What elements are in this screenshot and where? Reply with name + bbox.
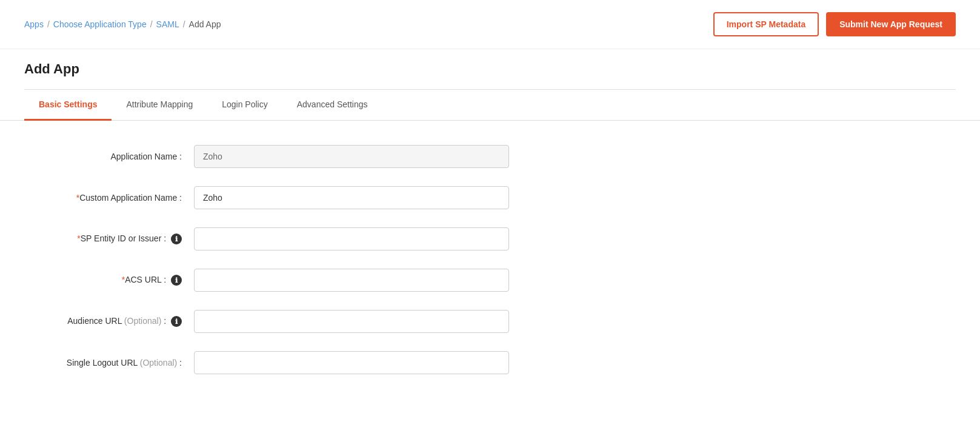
input-application-name	[194, 145, 509, 168]
input-audience-url[interactable]	[194, 310, 509, 333]
submit-new-app-request-button[interactable]: Submit New App Request	[826, 12, 956, 36]
breadcrumb-choose-type[interactable]: Choose Application Type	[53, 19, 147, 29]
page-header: Add App	[0, 49, 980, 77]
tabs-bar: Basic Settings Attribute Mapping Login P…	[0, 90, 980, 121]
field-row-application-name: Application Name :	[24, 145, 582, 168]
label-acs-url: *ACS URL : ℹ	[24, 275, 194, 286]
input-acs-url[interactable]	[194, 269, 509, 292]
top-actions: Import SP Metadata Submit New App Reques…	[713, 12, 956, 36]
field-row-acs-url: *ACS URL : ℹ	[24, 269, 582, 292]
basic-settings-form: Application Name : *Custom Application N…	[0, 121, 606, 417]
label-application-name: Application Name :	[24, 152, 194, 161]
field-row-audience-url: Audience URL (Optional) : ℹ	[24, 310, 582, 333]
breadcrumb-current: Add App	[189, 19, 221, 29]
info-icon-audience-url[interactable]: ℹ	[171, 316, 182, 327]
optional-text-audience: (Optional)	[124, 316, 161, 326]
input-custom-application-name[interactable]	[194, 186, 509, 209]
input-sp-entity-id[interactable]	[194, 227, 509, 250]
field-row-sp-entity-id: *SP Entity ID or Issuer : ℹ	[24, 227, 582, 250]
label-single-logout-url: Single Logout URL (Optional) :	[24, 358, 194, 368]
breadcrumb-saml[interactable]: SAML	[156, 19, 179, 29]
import-sp-metadata-button[interactable]: Import SP Metadata	[713, 12, 819, 36]
field-row-custom-application-name: *Custom Application Name :	[24, 186, 582, 209]
label-audience-url: Audience URL (Optional) : ℹ	[24, 316, 194, 328]
label-custom-application-name: *Custom Application Name :	[24, 193, 194, 203]
breadcrumb-sep-1: /	[47, 19, 50, 29]
input-single-logout-url[interactable]	[194, 351, 509, 374]
breadcrumb-sep-3: /	[183, 19, 185, 29]
page-title: Add App	[24, 61, 956, 77]
tab-basic-settings[interactable]: Basic Settings	[24, 90, 112, 121]
tab-advanced-settings[interactable]: Advanced Settings	[282, 90, 382, 121]
info-icon-acs-url[interactable]: ℹ	[171, 275, 182, 286]
field-row-single-logout-url: Single Logout URL (Optional) :	[24, 351, 582, 374]
top-bar: Apps / Choose Application Type / SAML / …	[0, 0, 980, 49]
label-sp-entity-id: *SP Entity ID or Issuer : ℹ	[24, 233, 194, 245]
breadcrumb: Apps / Choose Application Type / SAML / …	[24, 19, 221, 29]
breadcrumb-apps[interactable]: Apps	[24, 19, 44, 29]
tab-login-policy[interactable]: Login Policy	[207, 90, 282, 121]
tab-attribute-mapping[interactable]: Attribute Mapping	[112, 90, 207, 121]
optional-text-logout: (Optional)	[140, 358, 177, 368]
info-icon-sp-entity-id[interactable]: ℹ	[171, 233, 182, 244]
breadcrumb-sep-2: /	[150, 19, 153, 29]
